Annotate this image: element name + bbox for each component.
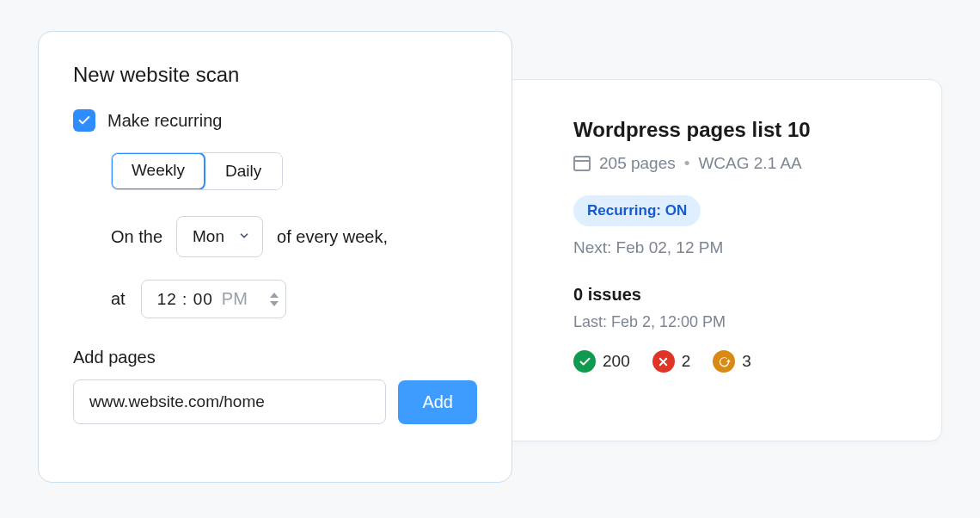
day-select[interactable]: Mon: [176, 216, 263, 257]
day-row: On the Mon of every week,: [111, 216, 477, 257]
schedule-section: Weekly Daily On the Mon of every week, a…: [111, 152, 477, 318]
stepper-down-icon: [270, 300, 279, 307]
scan-info-title: Wordpress pages list 10: [573, 118, 910, 142]
wcag-standard: WCAG 2.1 AA: [698, 154, 801, 173]
svg-marker-1: [270, 301, 279, 306]
checkmark-icon: [77, 114, 91, 127]
url-input[interactable]: www.website.com/home: [73, 379, 386, 424]
scan-meta-row: 205 pages • WCAG 2.1 AA: [573, 154, 910, 173]
stat-passed-value: 200: [603, 352, 630, 371]
stat-failed-value: 2: [682, 352, 691, 371]
stats-row: 200 2 3: [573, 350, 910, 373]
add-button[interactable]: Add: [398, 380, 477, 424]
on-the-label: On the: [111, 227, 162, 247]
separator-dot: •: [684, 154, 690, 173]
stat-pending-value: 3: [742, 352, 751, 371]
time-stepper[interactable]: [270, 292, 279, 307]
day-select-value: Mon: [193, 227, 224, 246]
last-scan-label: Last: Feb 2, 12:00 PM: [573, 313, 910, 331]
chevron-down-icon: [238, 227, 250, 246]
x-circle-icon: [652, 350, 675, 373]
refresh-circle-icon: [713, 350, 735, 373]
stat-passed: 200: [573, 350, 630, 373]
stat-pending: 3: [713, 350, 751, 373]
pages-count: 205 pages: [599, 154, 676, 173]
make-recurring-checkbox[interactable]: [73, 109, 95, 132]
add-pages-section: Add pages www.website.com/home Add: [73, 348, 477, 424]
of-every-week-label: of every week,: [277, 227, 388, 247]
add-pages-row: www.website.com/home Add: [73, 379, 477, 424]
stat-failed: 2: [652, 350, 691, 373]
ampm-label: PM: [222, 289, 248, 309]
next-scan-label: Next: Feb 02, 12 PM: [573, 238, 910, 257]
add-pages-label: Add pages: [73, 348, 477, 367]
new-scan-card: New website scan Make recurring Weekly D…: [38, 31, 512, 483]
svg-marker-0: [270, 293, 279, 298]
recurring-badge: Recurring: ON: [573, 195, 701, 226]
frequency-daily-tab[interactable]: Daily: [205, 153, 282, 189]
pages-icon: [573, 156, 591, 171]
check-circle-icon: [573, 350, 596, 373]
frequency-weekly-tab[interactable]: Weekly: [111, 152, 205, 190]
new-scan-title: New website scan: [73, 63, 477, 87]
time-input[interactable]: 12 : 00 PM: [141, 280, 286, 318]
at-label: at: [111, 289, 126, 309]
frequency-toggle: Weekly Daily: [111, 152, 283, 190]
make-recurring-row: Make recurring: [73, 109, 477, 132]
scan-info-card: Wordpress pages list 10 205 pages • WCAG…: [493, 79, 942, 441]
time-row: at 12 : 00 PM: [111, 280, 477, 318]
issues-count: 0 issues: [573, 285, 910, 305]
make-recurring-label: Make recurring: [107, 111, 222, 131]
stepper-up-icon: [270, 292, 279, 299]
time-value: 12 : 00: [157, 290, 213, 309]
